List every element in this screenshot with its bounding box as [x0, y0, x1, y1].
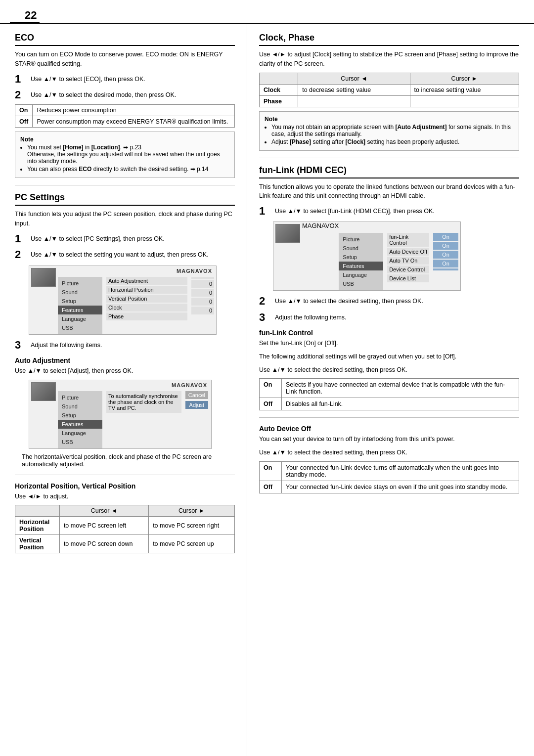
cursor-left-header: Cursor ◄: [59, 505, 148, 517]
clock-left: to decrease setting value: [298, 84, 410, 95]
horiz-vert-use: Use ◄/► to adjust.: [15, 492, 235, 501]
page-header: 22: [0, 0, 534, 24]
pc-step2: 2 Use ▲/▼ to select the setting you want…: [15, 248, 235, 261]
horiz-left: to move PC screen left: [59, 517, 148, 535]
phase-right: [410, 95, 519, 107]
auto-device-off-body: You can set your device to turn off by i…: [259, 435, 519, 444]
auto-bullet-text: The horizontal/vertical position, clock …: [22, 453, 212, 468]
pc-step3-text: Adjust the following items.: [31, 339, 102, 350]
horiz-right: to move PC screen right: [149, 517, 235, 535]
auto-device-off-table: On Your connected fun-Link device turns …: [259, 461, 519, 493]
menu-item-usb: USB: [58, 323, 102, 332]
page-number: 22: [10, 0, 40, 23]
funlink-control-body2: The following additional settings will b…: [259, 352, 519, 361]
funlink-screen-icon: [275, 224, 300, 243]
auto-content: To automatically synchronise the phase a…: [102, 380, 185, 448]
content-item-phase: Phase: [106, 312, 187, 320]
funlink-control-subsection: fun-Link Control Set the fun-Link [On] o…: [259, 329, 519, 410]
value-item: 0: [191, 289, 214, 297]
page: 22 ECO You can turn on ECO Mode to conse…: [0, 0, 534, 756]
table-row: HorizontalPosition to move PC screen lef…: [15, 517, 235, 535]
menu-item-setup: Setup: [58, 411, 102, 420]
menu-item-setup: Setup: [58, 297, 102, 306]
table-row: On Reduces power consumption: [15, 105, 235, 116]
auto-device-off-value: Your connected fun-Link device stays on …: [282, 481, 519, 493]
eco-table: On Reduces power consumption Off Power c…: [15, 104, 235, 128]
funlink-step1-text: Use ▲/▼ to select [fun-Link (HDMI CEC)],…: [275, 205, 435, 216]
content-item-vert: Vertical Position: [106, 295, 187, 303]
funlink-value-blank: [433, 268, 458, 270]
funlink-off-value: Disables all fun-Link.: [282, 398, 519, 410]
funlink-value-on4: On: [433, 260, 458, 267]
funlink-step2-num: 2: [259, 295, 273, 308]
cancel-button-mockup: Cancel: [185, 391, 208, 399]
auto-device-off-label: Off: [260, 481, 282, 493]
funlink-value-on1: On: [433, 233, 458, 241]
funlink-step3-text: Adjust the following items.: [275, 311, 347, 322]
value-item: [191, 277, 214, 279]
auto-adjustment-subsection: Auto Adjustment Use ▲/▼ to select [Adjus…: [15, 356, 235, 468]
auto-screen-mockup: MAGNAVOX Picture Sound Setup Features La…: [29, 380, 212, 449]
horiz-vert-subsection: Horizontal Position, Vertical Position U…: [15, 482, 235, 554]
funlink-control-title: fun-Link Control: [259, 329, 519, 337]
clock-label: Clock: [260, 84, 298, 95]
list-item: You must set [Home] in [Location]. ➡ p.2…: [27, 144, 229, 165]
funlink-step1: 1 Use ▲/▼ to select [fun-Link (HDMI CEC)…: [259, 205, 519, 218]
eco-note-list: You must set [Home] in [Location]. ➡ p.2…: [27, 144, 229, 173]
funlink-value-on3: On: [433, 251, 458, 259]
eco-title: ECO: [15, 33, 235, 46]
menu-item-features: Features: [58, 420, 102, 429]
eco-off-value: Power consumption may exceed ENERGY STAR…: [33, 116, 235, 128]
auto-device-on-label: On: [260, 461, 282, 481]
eco-section: ECO You can turn on ECO Mode to conserve…: [15, 33, 235, 178]
list-item: You can also press ECO directly to switc…: [27, 166, 229, 173]
funlink-on-label: On: [260, 379, 282, 398]
pc-step2-num: 2: [15, 248, 29, 261]
eco-off-label: Off: [15, 116, 33, 128]
eco-note: Note You must set [Home] in [Location]. …: [15, 132, 235, 178]
menu-item-language: Language: [58, 314, 102, 323]
auto-desc: To automatically synchronise the phase a…: [106, 391, 181, 413]
funlink-step1-num: 1: [259, 205, 273, 218]
menu-item-sound: Sound: [339, 244, 383, 253]
horiz-vert-title: Horizontal Position, Vertical Position: [15, 482, 235, 490]
clock-note-title: Note: [265, 116, 514, 123]
table-header-row: Cursor ◄ Cursor ►: [260, 73, 519, 84]
screen-icon: [31, 268, 56, 287]
content-item-device-control: Device Control: [387, 266, 429, 273]
menu-item-language: Language: [58, 429, 102, 438]
content-item-auto: Auto Adjustment: [106, 277, 187, 285]
pc-step3: 3 Adjust the following items.: [15, 339, 235, 352]
funlink-body: This function allows you to operate the …: [259, 182, 519, 201]
funlink-control-body1: Set the fun-Link [On] or [Off].: [259, 339, 519, 348]
auto-device-off-use: Use ▲/▼ to select the desired setting, t…: [259, 448, 519, 457]
clock-note-list: You may not obtain an appropriate screen…: [271, 124, 514, 145]
table-header-row: Cursor ◄ Cursor ►: [15, 505, 235, 517]
pc-step1-text: Use ▲/▼ to select [PC Settings], then pr…: [31, 232, 165, 244]
content-item-clock: Clock: [106, 304, 187, 311]
content-item-horiz: Horizontal Position: [106, 286, 187, 294]
eco-step1: 1 Use ▲/▼ to select [ECO], then press OK…: [15, 73, 235, 86]
menu-item-features: Features: [58, 306, 102, 314]
eco-step2-num: 2: [15, 89, 29, 101]
funlink-title: fun-Link (HDMI CEC): [259, 165, 519, 178]
eco-step1-text: Use ▲/▼ to select [ECO], then press OK.: [31, 73, 145, 84]
vert-left: to move PC screen down: [59, 535, 148, 553]
pc-step1: 1 Use ▲/▼ to select [PC Settings], then …: [15, 232, 235, 245]
menu-item-usb: USB: [339, 279, 383, 288]
clock-note: Note You may not obtain an appropriate s…: [259, 111, 519, 151]
horiz-vert-table: Cursor ◄ Cursor ► HorizontalPosition to …: [15, 505, 235, 553]
value-item: 0: [191, 307, 214, 314]
menu-item-features: Features: [339, 262, 383, 270]
menu-item-picture: Picture: [58, 279, 102, 288]
funlink-values: On On On On: [433, 222, 460, 290]
funlink-control-use: Use ▲/▼ to select the desired setting, t…: [259, 365, 519, 375]
funlink-section: fun-Link (HDMI CEC) This function allows…: [259, 165, 519, 493]
pc-menu: Picture Sound Setup Features Language US…: [58, 277, 102, 334]
eco-step2: 2 Use ▲/▼ to select the desired mode, th…: [15, 89, 235, 101]
clock-phase-section: Clock, Phase Use ◄/► to adjust [Clock] s…: [259, 33, 519, 151]
pc-step3-num: 3: [15, 339, 29, 352]
list-item: Adjust [Phase] setting after [Clock] set…: [271, 138, 514, 145]
clock-right: to increase setting value: [410, 84, 519, 95]
pc-settings-section: PC Settings This function lets you adjus…: [15, 192, 235, 553]
